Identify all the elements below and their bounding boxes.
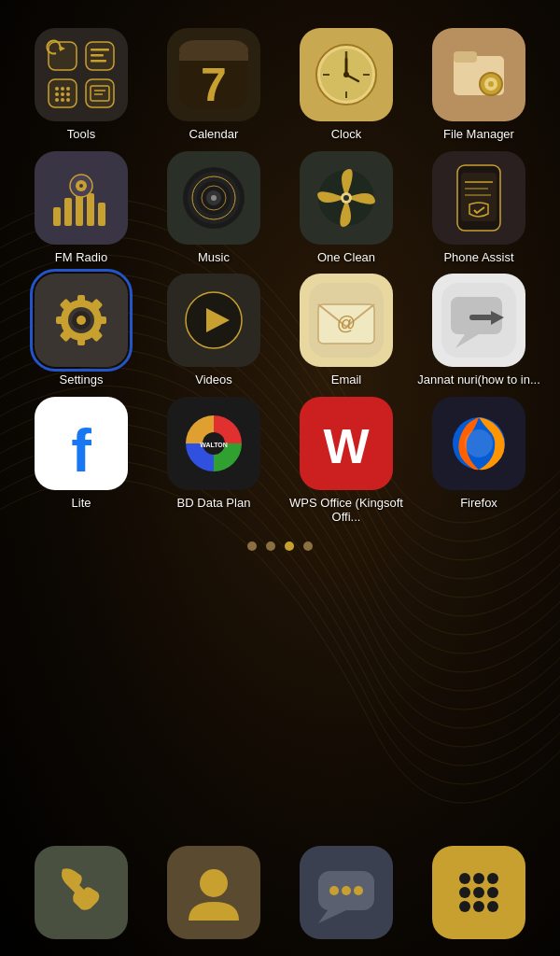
app-filemanager[interactable]: File Manager [416, 28, 541, 142]
svg-point-39 [488, 81, 494, 87]
email-icon: @ [300, 274, 393, 367]
firefox-icon [432, 397, 525, 490]
phoneassist-label: Phone Assist [443, 250, 513, 265]
svg-point-13 [66, 92, 70, 96]
app-settings[interactable]: Settings [19, 274, 144, 387]
app-clock[interactable]: Clock [284, 28, 409, 142]
page-dot-4[interactable] [303, 541, 313, 551]
email-label: Email [331, 373, 362, 387]
svg-text:f: f [71, 416, 91, 485]
svg-rect-41 [53, 207, 61, 226]
svg-point-100 [465, 429, 493, 457]
firefox-label: Firefox [460, 496, 497, 511]
svg-point-48 [79, 184, 83, 188]
settings-icon [35, 274, 128, 367]
app-bddata[interactable]: WALTON BD Data Plan [151, 397, 276, 525]
calendar-icon: 7 [167, 28, 260, 121]
page-dot-1[interactable] [247, 541, 257, 551]
svg-point-11 [55, 92, 59, 96]
app-wps[interactable]: W WPS Office (Kingsoft Offi... [284, 397, 409, 525]
fmradio-label: FM Radio [55, 250, 107, 265]
svg-rect-7 [91, 60, 106, 63]
clock-label: Clock [331, 127, 362, 142]
oneclean-icon [300, 151, 393, 245]
jannat-icon [432, 274, 525, 367]
app-tools[interactable]: Tools [19, 28, 144, 142]
svg-rect-0 [49, 42, 77, 70]
svg-point-60 [343, 195, 349, 201]
fmradio-icon [35, 151, 128, 245]
videos-label: Videos [195, 373, 232, 387]
clock-icon [300, 28, 393, 121]
bddata-icon: WALTON [167, 397, 260, 490]
svg-point-10 [66, 87, 70, 91]
settings-label: Settings [60, 373, 104, 387]
svg-point-15 [61, 98, 64, 102]
wps-icon: W [300, 397, 393, 490]
tools-label: Tools [67, 127, 95, 142]
app-fmradio[interactable]: FM Radio [19, 151, 144, 265]
app-email[interactable]: @ Email [284, 274, 409, 387]
tools-icon [35, 28, 128, 121]
app-lite[interactable]: f Lite [19, 397, 144, 525]
svg-point-33 [343, 72, 349, 77]
app-firefox[interactable]: Firefox [416, 397, 541, 525]
app-phoneassist[interactable]: Phone Assist [416, 151, 541, 265]
svg-text:WALTON: WALTON [200, 442, 228, 448]
svg-rect-72 [56, 316, 65, 324]
svg-point-54 [211, 195, 217, 201]
app-music[interactable]: Music [151, 151, 276, 265]
calendar-label: Calendar [189, 127, 239, 142]
app-row-2: FM Radio Music [19, 151, 541, 265]
app-calendar[interactable]: 7 Calendar [151, 28, 276, 142]
svg-rect-36 [454, 51, 477, 63]
app-videos[interactable]: Videos [151, 274, 276, 387]
svg-point-16 [66, 98, 70, 102]
lite-label: Lite [72, 496, 91, 511]
svg-rect-71 [77, 336, 85, 345]
app-jannat[interactable]: Jannat nuri(how to in... [416, 274, 541, 387]
bddata-label: BD Data Plan [177, 496, 251, 511]
svg-rect-73 [97, 316, 106, 324]
lite-icon: f [35, 397, 128, 490]
wps-label: WPS Office (Kingsoft Offi... [284, 496, 409, 525]
app-row-1: Tools 7 Calendar [19, 28, 541, 142]
svg-rect-5 [91, 49, 109, 51]
app-row-3: Settings Videos [19, 274, 541, 387]
svg-rect-45 [98, 203, 105, 226]
jannat-label: Jannat nuri(how to in... [417, 373, 540, 387]
filemanager-icon [432, 28, 525, 121]
filemanager-label: File Manager [443, 127, 514, 142]
phoneassist-icon [432, 151, 525, 245]
svg-rect-23 [179, 53, 248, 61]
app-oneclean[interactable]: One Clean [284, 151, 409, 265]
music-icon [167, 151, 260, 245]
page-indicators [19, 541, 541, 551]
svg-point-14 [55, 98, 59, 102]
svg-point-9 [61, 87, 64, 91]
svg-rect-44 [87, 193, 94, 226]
svg-rect-63 [461, 173, 497, 221]
page-dot-3[interactable] [285, 541, 294, 551]
svg-rect-90 [469, 315, 493, 320]
svg-rect-42 [64, 198, 72, 226]
music-label: Music [198, 250, 230, 265]
page-dot-2[interactable] [266, 541, 275, 551]
svg-text:W: W [323, 419, 370, 473]
svg-point-8 [55, 87, 59, 91]
svg-point-79 [77, 316, 86, 325]
svg-rect-70 [77, 295, 85, 304]
svg-text:7: 7 [201, 59, 227, 111]
app-row-4: f Lite WALTON BD Data Plan [19, 397, 541, 525]
oneclean-label: One Clean [317, 250, 375, 265]
svg-text:@: @ [337, 313, 356, 333]
svg-rect-6 [91, 54, 104, 57]
main-content: Tools 7 Calendar [0, 0, 560, 551]
videos-icon [167, 274, 260, 367]
svg-point-12 [61, 92, 64, 96]
